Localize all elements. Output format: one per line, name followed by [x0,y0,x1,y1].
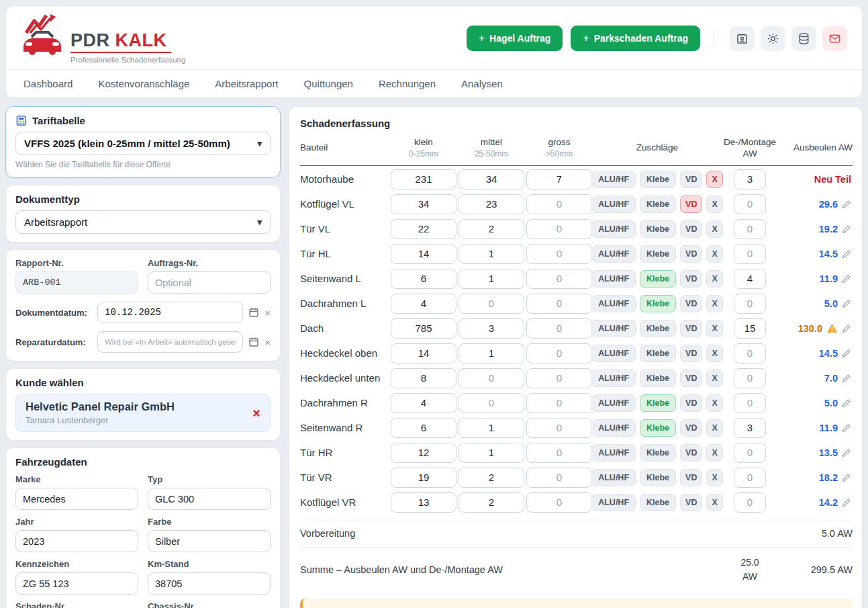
km-stand-input[interactable] [148,572,271,595]
dent-mittel-input[interactable] [459,294,524,314]
edit-icon[interactable] [842,249,851,259]
zuschlag-vd-button[interactable]: VD [680,245,702,263]
auftrags-nr-input[interactable] [148,271,271,294]
demontage-aw-input[interactable] [734,244,766,264]
clear-date-icon[interactable]: × [264,307,271,318]
dokumenttyp-select[interactable]: Arbeitsrapport ▾ [15,210,271,234]
dent-klein-input[interactable] [391,368,456,388]
dent-klein-input[interactable] [391,443,456,463]
nav-dashboard[interactable]: Dashboard [23,78,73,89]
demontage-aw-input[interactable] [734,343,766,363]
edit-icon[interactable] [842,200,851,209]
zuschlag-vd-button[interactable]: VD [680,370,702,388]
zuschlag-vd-button[interactable]: VD [680,171,702,189]
farbe-input[interactable] [148,530,271,552]
remove-customer-icon[interactable]: × [252,406,260,420]
demontage-aw-input[interactable] [734,169,766,189]
demontage-aw-input[interactable] [734,368,766,388]
dent-klein-input[interactable] [391,169,456,189]
zuschlag-alu-hf-button[interactable]: ALU/HF [591,270,636,288]
zuschlag-vd-button[interactable]: VD [680,196,702,214]
demontage-aw-input[interactable] [734,294,766,314]
dent-mittel-input[interactable] [459,169,524,189]
dent-gross-input[interactable] [526,368,592,388]
zuschlag-klebe-button[interactable]: Klebe [640,220,676,238]
nav-rechnungen[interactable]: Rechnungen [379,78,436,89]
nav-analysen[interactable]: Analysen [461,78,503,89]
zuschlag-klebe-button[interactable]: Klebe [640,245,676,263]
zuschlag-vd-button[interactable]: VD [680,220,702,238]
demontage-aw-input[interactable] [734,492,766,513]
edit-icon[interactable] [842,498,851,507]
zuschlag-klebe-button[interactable]: Klebe [640,320,676,338]
contacts-button[interactable] [730,26,755,51]
zuschlag-alu-hf-button[interactable]: ALU/HF [591,444,636,462]
demontage-aw-input[interactable] [734,418,766,438]
nav-kostenvoranschlaege[interactable]: Kostenvoranschläge [98,78,189,89]
calendar-icon[interactable] [248,337,259,347]
calendar-icon[interactable] [248,307,259,318]
zuschlag-klebe-button[interactable]: Klebe [640,196,676,214]
dent-gross-input[interactable] [526,318,592,339]
dent-mittel-input[interactable] [459,443,524,463]
dent-mittel-input[interactable] [459,343,524,363]
dent-mittel-input[interactable] [459,393,524,413]
dent-klein-input[interactable] [391,492,456,513]
edit-icon[interactable] [842,324,851,333]
dent-gross-input[interactable] [526,194,592,214]
database-button[interactable] [791,26,816,51]
dent-klein-input[interactable] [391,318,456,339]
dent-gross-input[interactable] [526,492,592,513]
edit-icon[interactable] [842,224,851,234]
edit-icon[interactable] [842,448,851,458]
dent-klein-input[interactable] [391,294,456,314]
zuschlag-vd-button[interactable]: VD [680,394,702,412]
demontage-aw-input[interactable] [734,269,766,289]
selected-customer[interactable]: Helvetic Panel Repair GmbH Tamara Lusten… [15,394,271,432]
dent-mittel-input[interactable] [459,269,524,289]
zuschlag-vd-button[interactable]: VD [680,419,702,437]
zuschlag-klebe-button[interactable]: Klebe [640,171,676,189]
zuschlag-vd-button[interactable]: VD [680,320,702,338]
edit-icon[interactable] [842,473,851,482]
zuschlag-vd-button[interactable]: VD [680,345,702,363]
zuschlag-klebe-button[interactable]: Klebe [640,370,676,388]
dent-mittel-input[interactable] [459,219,524,239]
dent-mittel-input[interactable] [459,468,524,488]
rapport-nr-input[interactable] [15,271,138,294]
mail-button[interactable] [822,26,847,51]
dent-klein-input[interactable] [391,468,456,488]
zuschlag-alu-hf-button[interactable]: ALU/HF [591,370,636,388]
edit-icon[interactable] [842,299,851,308]
demontage-aw-input[interactable] [734,318,766,339]
zuschlag-vd-button[interactable]: VD [680,469,702,487]
dent-mittel-input[interactable] [459,418,524,438]
zuschlag-klebe-button[interactable]: Klebe [640,494,676,512]
dokumentdatum-input[interactable] [97,302,243,323]
dent-gross-input[interactable] [526,468,592,488]
dent-mittel-input[interactable] [459,492,524,513]
demontage-aw-input[interactable] [734,194,766,214]
zuschlag-klebe-button[interactable]: Klebe [640,345,676,363]
zuschlag-klebe-button[interactable]: Klebe [640,270,676,288]
marke-input[interactable] [15,488,138,510]
demontage-aw-input[interactable] [734,219,766,239]
nav-arbeitsrapport[interactable]: Arbeitsrapport [215,78,278,89]
clear-date-icon[interactable]: × [264,337,271,348]
zuschlag-alu-hf-button[interactable]: ALU/HF [591,245,636,263]
dent-gross-input[interactable] [526,169,592,189]
zuschlag-vd-button[interactable]: VD [680,295,702,313]
zuschlag-alu-hf-button[interactable]: ALU/HF [591,394,636,412]
dent-gross-input[interactable] [526,269,592,289]
zuschlag-vd-button[interactable]: VD [680,444,702,462]
zuschlag-klebe-button[interactable]: Klebe [640,444,676,462]
demontage-aw-input[interactable] [734,443,766,463]
edit-icon[interactable] [842,274,851,284]
zuschlag-alu-hf-button[interactable]: ALU/HF [591,196,636,214]
hagel-auftrag-button[interactable]: + Hagel Auftrag [467,26,563,51]
zuschlag-alu-hf-button[interactable]: ALU/HF [591,320,636,338]
settings-button[interactable] [761,26,785,51]
demontage-aw-input[interactable] [734,468,766,488]
tariftabelle-select[interactable]: VFFS 2025 (klein 0-25mm / mittel 25-50mm… [15,132,271,155]
zuschlag-alu-hf-button[interactable]: ALU/HF [591,469,636,487]
